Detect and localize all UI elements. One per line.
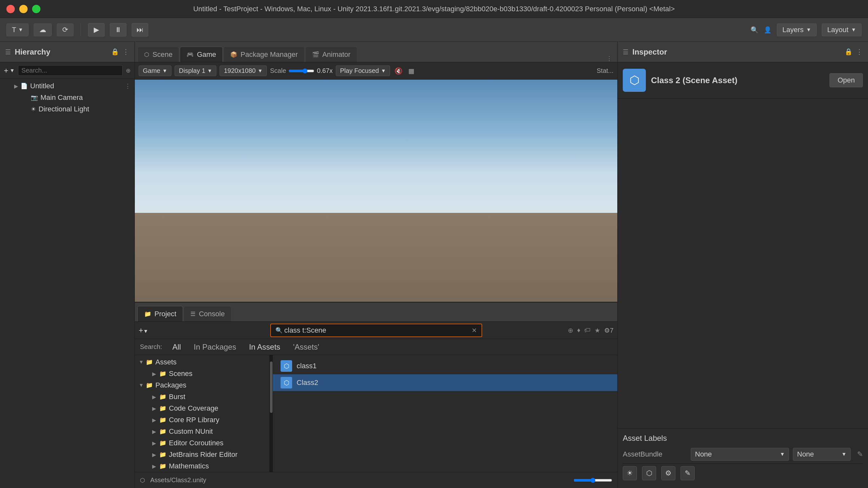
item-more-icon[interactable]: ⋮ — [125, 83, 131, 90]
project-search-input[interactable] — [284, 326, 471, 335]
asset-bundle-dropdown-1[interactable]: None ▼ — [691, 448, 789, 461]
filter-icon[interactable]: ♦ — [577, 327, 580, 334]
inspector-icon-btn-4[interactable]: ✎ — [681, 466, 695, 480]
search-clear-button[interactable]: ✕ — [471, 327, 477, 334]
inspector-more-icon[interactable]: ⋮ — [856, 48, 863, 56]
tab-game-label: Game — [197, 51, 216, 59]
close-button[interactable] — [6, 5, 15, 13]
tab-animator[interactable]: 🎬 Animator — [305, 47, 357, 62]
mute-button[interactable]: 🔇 — [393, 66, 404, 76]
step-button[interactable]: ⏭ — [132, 23, 148, 37]
hierarchy-title: Hierarchy — [15, 48, 51, 57]
inspector-lock-icon[interactable]: 🔒 — [844, 48, 852, 56]
play-focused-dropdown[interactable]: Play Focused ▼ — [336, 65, 390, 76]
hierarchy-lock-icon[interactable]: 🔒 — [111, 48, 119, 56]
project-tab-bar: 📁 Project ☰ Console — [135, 302, 617, 322]
hierarchy-search-scope-icon[interactable]: ⊕ — [126, 67, 131, 74]
filter-all[interactable]: All — [170, 341, 184, 353]
inspector-header: ☰ Inspector 🔒 ⋮ — [618, 42, 868, 62]
asset-bundle-edit-icon[interactable]: ✎ — [857, 450, 863, 458]
asset-tree-item-packages[interactable]: ▼ 📁 Packages — [135, 379, 269, 391]
inspector-icon-btn-3[interactable]: ⚙ — [661, 466, 675, 480]
result-class1[interactable]: ⬡ class1 — [273, 358, 617, 374]
hierarchy-search-input[interactable] — [18, 65, 123, 76]
inspector-icon-btn-2[interactable]: ⬡ — [642, 466, 656, 480]
inspector-icon-btn-1[interactable]: ☀ — [623, 466, 637, 480]
game-display-dropdown[interactable]: Game ▼ — [139, 65, 172, 76]
asset-tree-item-assets[interactable]: ▼ 📁 Assets — [135, 356, 269, 368]
layers-dropdown[interactable]: Layers ▼ — [777, 24, 817, 36]
search-prefix-icon: 🔍 — [275, 327, 282, 334]
play-button[interactable]: ▶ — [88, 23, 105, 37]
result-class2[interactable]: ⬡ Class2 — [273, 374, 617, 391]
resolution-dropdown[interactable]: 1920x1080 ▼ — [220, 65, 267, 76]
zoom-slider[interactable] — [574, 478, 612, 483]
layers-label: Layers — [782, 26, 804, 34]
inspector-asset-info: ⬡ Class 2 (Scene Asset) Open — [618, 62, 868, 98]
toolbar-separator-1 — [81, 24, 81, 36]
asset-tree-item-jetbrains[interactable]: ▶ 📁 JetBrains Rider Editor — [135, 449, 269, 460]
asset-tree-item-custom-nunit[interactable]: ▶ 📁 Custom NUnit — [135, 426, 269, 437]
console-tab-icon: ☰ — [190, 310, 195, 317]
tab-scene[interactable]: ⬡ Scene — [137, 47, 179, 62]
account-icon[interactable]: 👤 — [764, 26, 772, 34]
pause-button[interactable]: ⏸ — [110, 23, 126, 37]
asset-tree-item-code-coverage[interactable]: ▶ 📁 Code Coverage — [135, 403, 269, 414]
hierarchy-header: ☰ Hierarchy 🔒 ⋮ — [0, 42, 134, 62]
search-scope-icon[interactable]: ⊕ — [568, 327, 573, 334]
layout-dropdown[interactable]: Layout ▼ — [822, 24, 862, 36]
filter-assets-folder[interactable]: 'Assets' — [290, 341, 322, 353]
filter-in-assets[interactable]: In Assets — [247, 341, 283, 353]
display-number-dropdown[interactable]: Display 1 ▼ — [175, 65, 216, 76]
inspector-open-button[interactable]: Open — [830, 73, 863, 87]
game-toolbar: Game ▼ Display 1 ▼ 1920x1080 ▼ Scale 0.6… — [135, 62, 617, 80]
collab-button[interactable]: ⟳ — [57, 24, 73, 36]
hierarchy-tree: ▶ 📄 Untitled ⋮ 📷 Main Camera ☀ Direction… — [0, 79, 134, 488]
tab-game[interactable]: 🎮 Game — [180, 47, 223, 62]
filter-in-packages[interactable]: In Packages — [191, 341, 239, 353]
asset-tree-item-core-rp[interactable]: ▶ 📁 Core RP Library — [135, 414, 269, 426]
tree-item-untitled[interactable]: ▶ 📄 Untitled ⋮ — [0, 80, 134, 92]
label-icon[interactable]: 🏷 — [584, 327, 591, 334]
tree-label-untitled: Untitled — [30, 82, 54, 90]
asset-tree-item-mathematics[interactable]: ▶ 📁 Mathematics — [135, 460, 269, 472]
core-rp-label: Core RP Library — [169, 416, 219, 424]
tree-item-directional-light[interactable]: ☀ Directional Light — [0, 103, 134, 115]
main-layout: ☰ Hierarchy 🔒 ⋮ +▼ ⊕ ▶ 📄 Untitled ⋮ 📷 — [0, 42, 868, 488]
scale-slider[interactable] — [288, 68, 314, 73]
asset-tree-item-scenes[interactable]: ▶ 📁 Scenes — [135, 368, 269, 379]
light-icon: ☀ — [31, 105, 36, 113]
hierarchy-toolbar: +▼ ⊕ — [0, 62, 134, 79]
minimize-button[interactable] — [19, 5, 28, 13]
asset-tree-item-editor-coroutines[interactable]: ▶ 📁 Editor Coroutines — [135, 437, 269, 449]
transform-tool-button[interactable]: T ▼ — [6, 24, 29, 36]
hierarchy-more-icon[interactable]: ⋮ — [122, 48, 129, 56]
animator-tab-icon: 🎬 — [312, 51, 319, 58]
tab-bar-more-icon[interactable]: ⋮ — [604, 55, 615, 62]
sky-gradient — [135, 80, 617, 213]
tab-project-label: Project — [154, 310, 176, 318]
display-num-label: Display 1 — [179, 67, 205, 74]
tree-item-main-camera[interactable]: 📷 Main Camera — [0, 92, 134, 103]
hierarchy-add-button[interactable]: +▼ — [4, 66, 15, 75]
tree-label-main-camera: Main Camera — [40, 93, 83, 102]
project-panel: 📁 Project ☰ Console +▼ 🔍 ✕ — [135, 302, 617, 488]
stats-button[interactable]: ▦ — [407, 66, 416, 76]
folder-icon: 📁 — [159, 370, 166, 377]
search-icon[interactable]: 🔍 — [750, 26, 758, 34]
cloud-button[interactable]: ☁ — [34, 24, 52, 36]
tab-console[interactable]: ☰ Console — [184, 306, 231, 322]
tab-package-manager[interactable]: 📦 Package Manager — [223, 47, 305, 62]
tree-scrollbar[interactable] — [270, 355, 273, 472]
star-icon[interactable]: ★ — [594, 327, 600, 334]
asset-bundle-dropdown-2[interactable]: None ▼ — [793, 448, 851, 461]
asset-tree-item-burst[interactable]: ▶ 📁 Burst — [135, 391, 269, 403]
mathematics-label: Mathematics — [169, 462, 209, 470]
folder-icon: 📁 — [159, 439, 166, 447]
filter-count: ⚙7 — [604, 327, 614, 334]
maximize-button[interactable] — [32, 5, 40, 13]
inspector-spacer — [618, 98, 868, 428]
center-panel: ⬡ Scene 🎮 Game 📦 Package Manager 🎬 Anima… — [135, 42, 618, 488]
tab-project[interactable]: 📁 Project — [137, 306, 183, 322]
project-add-button[interactable]: +▼ — [139, 326, 148, 335]
